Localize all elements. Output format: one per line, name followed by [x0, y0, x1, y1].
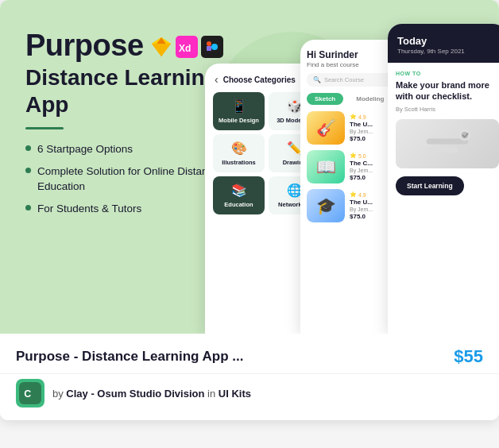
bullet-3: For Students & Tutors [25, 202, 232, 216]
footer-author-row: C by Clay - Osum Studio Division in UI K… [0, 373, 499, 420]
svg-rect-13 [427, 147, 458, 153]
hero-bullets: 6 Startpage Options Complete Solution fo… [25, 142, 232, 216]
start-learning-button[interactable]: Start Learning [396, 176, 464, 195]
svg-marker-4 [152, 44, 171, 56]
phone3-body: HOW TO Make your brand more with our che… [388, 63, 499, 203]
cat-illustrations: 🎨 Illustrations [213, 134, 265, 172]
tab-modeling[interactable]: Modeling [348, 93, 392, 105]
bullet-dot-3 [25, 205, 31, 210]
search-placeholder: Search Course [324, 76, 364, 83]
hero-title: Purpose [25, 29, 144, 63]
in-label: in [207, 388, 215, 400]
footer-main: Purpose - Distance Learning App ... $55 [0, 334, 499, 373]
cat-mobile-design: 📱 Mobile Design [213, 92, 265, 130]
illustration-icon: 🎨 [231, 141, 247, 156]
today-label: Today [397, 35, 497, 47]
article-img-inner [396, 119, 499, 168]
sketch-icon [150, 36, 172, 58]
svg-text:C: C [24, 388, 31, 400]
date-label: Thursday, 9th Sep 2021 [397, 48, 497, 55]
article-title: Make your brand more with our checklist. [396, 79, 499, 102]
studio-logo: C [19, 382, 41, 404]
hero-section: Purpose Xd [0, 0, 499, 334]
cat-education: 📚 Education [213, 176, 265, 214]
product-price: $55 [454, 346, 483, 367]
categories-title: Choose Categories [223, 75, 296, 84]
author-category: UI Kits [219, 388, 251, 400]
back-arrow-icon: ‹ [215, 73, 219, 86]
bullet-dot-1 [25, 145, 31, 151]
author-name: Clay - Osum Studio Division [66, 388, 207, 400]
fork-svg [420, 124, 475, 164]
by-label: by [52, 388, 64, 400]
author-text: by Clay - Osum Studio Division in UI Kit… [52, 388, 251, 400]
author-avatar: C [16, 379, 44, 407]
course-img-1: 🎸 [307, 111, 345, 145]
hero-title-row: Purpose Xd [25, 29, 232, 63]
guitar-figure: 🎸 [307, 111, 345, 145]
article-image [396, 119, 499, 168]
howto-label: HOW TO [396, 71, 499, 76]
product-title: Purpose - Distance Learning App ... [16, 349, 244, 365]
article-author: By Scott Harris [396, 106, 499, 113]
hero-subtitle: Distance Learning App [25, 64, 232, 118]
bullet-2: Complete Solution for Online Distance Ed… [25, 164, 232, 193]
hero-left-content: Purpose Xd [25, 29, 232, 216]
hero-divider [25, 127, 64, 129]
card-footer: Purpose - Distance Learning App ... $55 … [0, 334, 499, 420]
product-card: Purpose Xd [0, 0, 499, 420]
svg-point-15 [462, 131, 469, 138]
course-img-2: 📖 [307, 150, 345, 183]
course-img-3: 🎓 [307, 189, 345, 222]
bullet-1: 6 Startpage Options [25, 142, 232, 156]
tab-sketch[interactable]: Sketch [307, 93, 343, 105]
xd-icon: Xd [176, 36, 198, 58]
book-figure: 📖 [307, 150, 345, 183]
phone3-header: Today Thursday, 9th Sep 2021 [388, 24, 499, 63]
phone-article: Today Thursday, 9th Sep 2021 HOW TO Make… [388, 24, 499, 334]
svg-text:Xd: Xd [179, 43, 191, 54]
education-icon: 📚 [231, 183, 247, 198]
phones-container: ‹ Choose Categories 📱 Mobile Design 🎲 3D… [205, 0, 499, 334]
figure-3: 🎓 [307, 189, 345, 222]
mobile-icon: 📱 [231, 98, 247, 114]
search-icon-sm: 🔍 [313, 76, 321, 83]
bullet-dot-2 [25, 168, 31, 173]
